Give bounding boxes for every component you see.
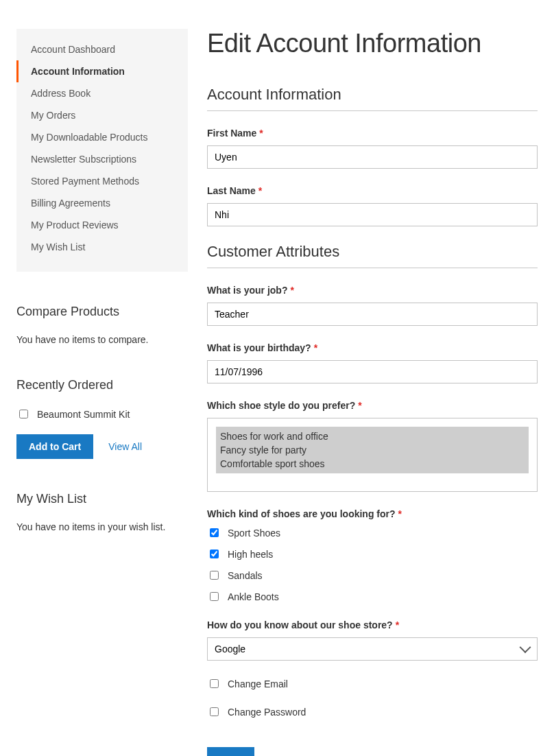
nav-wish-list[interactable]: My Wish List [16, 236, 188, 258]
shoe-kind-checkbox-sandals[interactable] [210, 571, 219, 580]
nav-billing-agreements[interactable]: Billing Agreements [16, 192, 188, 214]
nav-account-information[interactable]: Account Information [16, 60, 188, 82]
recently-ordered-block: Recently Ordered Beaumont Summit Kit Add… [16, 378, 188, 459]
main-content: Edit Account Information Account Informa… [207, 29, 538, 756]
shoe-style-label: Which shoe style do you prefer?* [207, 400, 538, 411]
first-name-input[interactable] [207, 145, 538, 169]
required-mark: * [258, 185, 262, 196]
shoe-kind-option-label: Sport Shoes [228, 528, 280, 539]
first-name-label: First Name* [207, 128, 538, 139]
wishlist-block: My Wish List You have no items in your w… [16, 492, 188, 532]
job-input[interactable] [207, 303, 538, 326]
nav-account-dashboard[interactable]: Account Dashboard [16, 38, 188, 60]
compare-empty-text: You have no items to compare. [16, 334, 188, 345]
shoe-style-multiselect[interactable]: Shoes for work and office Fancy style fo… [207, 418, 538, 492]
save-button[interactable]: Save [207, 747, 254, 756]
birthday-input[interactable] [207, 360, 538, 383]
change-email-checkbox[interactable] [210, 679, 219, 688]
shoe-kind-checkbox-heels[interactable] [210, 550, 219, 558]
wishlist-empty-text: You have no items in your wish list. [16, 521, 188, 532]
source-label: How do you know about our shoe store?* [207, 619, 538, 630]
nav-downloadable-products[interactable]: My Downloadable Products [16, 126, 188, 148]
view-all-link[interactable]: View All [108, 441, 142, 452]
change-email-label: Change Email [228, 678, 288, 689]
sidebar: Account Dashboard Account Information Ad… [16, 29, 188, 756]
shoe-kind-checkbox-sport[interactable] [210, 528, 219, 537]
last-name-input[interactable] [207, 203, 538, 226]
required-mark: * [358, 400, 361, 411]
recently-ordered-title: Recently Ordered [16, 378, 188, 392]
shoe-kind-option-label: High heels [228, 549, 273, 560]
job-label: What is your job?* [207, 285, 538, 296]
customer-attributes-section-title: Customer Attributes [207, 243, 538, 268]
account-info-section-title: Account Information [207, 86, 538, 111]
reorder-item-name: Beaumont Summit Kit [37, 409, 130, 420]
change-password-checkbox[interactable] [210, 707, 219, 716]
required-mark: * [259, 128, 263, 139]
required-mark: * [398, 508, 402, 519]
required-mark: * [290, 285, 293, 296]
required-mark: * [396, 619, 399, 630]
required-mark: * [314, 342, 317, 353]
nav-product-reviews[interactable]: My Product Reviews [16, 214, 188, 236]
shoe-style-option[interactable]: Fancy style for party [220, 443, 525, 457]
nav-my-orders[interactable]: My Orders [16, 104, 188, 126]
compare-block: Compare Products You have no items to co… [16, 305, 188, 345]
wishlist-title: My Wish List [16, 492, 188, 506]
shoe-style-option[interactable]: Comfortable sport shoes [220, 457, 525, 471]
shoe-style-option[interactable]: Shoes for work and office [220, 429, 525, 443]
nav-newsletter-subscriptions[interactable]: Newsletter Subscriptions [16, 148, 188, 170]
source-select[interactable] [207, 637, 538, 661]
page-title: Edit Account Information [207, 29, 538, 58]
account-nav: Account Dashboard Account Information Ad… [16, 29, 188, 272]
add-to-cart-button[interactable]: Add to Cart [16, 434, 93, 459]
reorder-item-checkbox[interactable] [19, 410, 28, 418]
nav-stored-payment-methods[interactable]: Stored Payment Methods [16, 170, 188, 192]
last-name-label: Last Name* [207, 185, 538, 196]
nav-address-book[interactable]: Address Book [16, 82, 188, 104]
shoe-kind-option-label: Sandals [228, 570, 263, 581]
shoe-kind-option-label: Ankle Boots [228, 591, 279, 602]
shoe-kind-label: Which kind of shoes are you looking for?… [207, 508, 538, 519]
compare-title: Compare Products [16, 305, 188, 319]
birthday-label: What is your birthday?* [207, 342, 538, 353]
change-password-label: Change Password [228, 707, 306, 718]
reorder-item-row: Beaumont Summit Kit [16, 407, 188, 421]
shoe-kind-checkbox-ankle-boots[interactable] [210, 592, 219, 601]
